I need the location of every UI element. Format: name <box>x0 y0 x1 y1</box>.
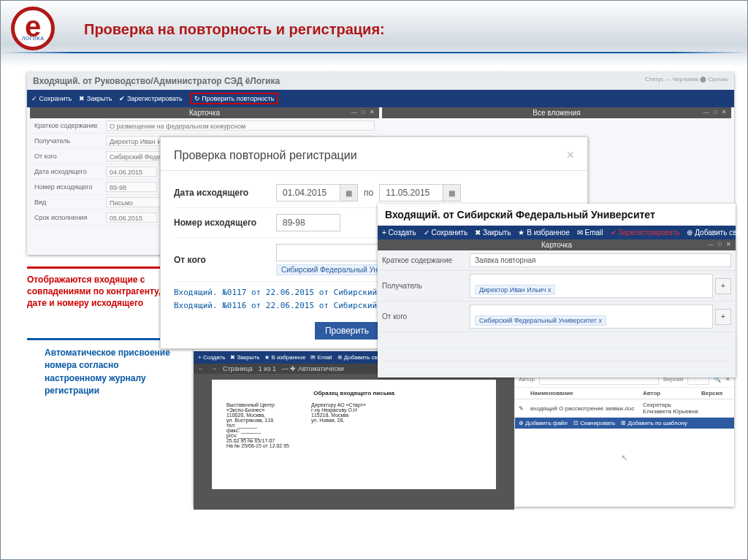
doc-viewer[interactable]: Образец входящего письма Выставочный Цен… <box>194 374 514 510</box>
btn-scan[interactable]: ⊡ Сканировать <box>573 420 615 426</box>
lbl-outnum: Номер исходящего <box>34 183 106 191</box>
att-author: Секретарь Елизавета Юрьевна <box>643 402 701 415</box>
lbl-due: Срок исполнения <box>34 214 106 221</box>
caption-matches: Отображаются входящие с совпадениями по … <box>27 274 163 310</box>
val-summary[interactable]: О размещении на федеральном конкурсном <box>106 120 375 131</box>
prev-icon[interactable]: ← <box>198 365 205 372</box>
lbl-summary: Краткое содержание <box>382 256 470 264</box>
plus-icon[interactable]: + <box>715 278 731 294</box>
doc-right-col: Директору АО «Старт» г-ну Некрасову О.Н … <box>311 402 366 448</box>
lbl-from: От кого <box>174 255 276 265</box>
btn-add-file[interactable]: ⊕ Добавить файл <box>519 420 568 426</box>
lbl-to: по <box>364 188 373 198</box>
val-outnum[interactable]: 89-98 <box>106 182 157 192</box>
lbl-recipient: Получатель <box>34 137 106 145</box>
btn-check-repeat[interactable]: ↻ Проверить повторность <box>190 93 279 104</box>
card-header: Карточка— □ ✕ <box>378 239 736 250</box>
doc-left-col: Выставочный Центр «Экспо-Бизнес» 110020,… <box>226 402 289 448</box>
modal-title: Проверка повторной регистрации <box>174 149 357 162</box>
val-from[interactable]: Сибирский Федеральный Университет х <box>470 304 713 329</box>
logo <box>11 7 55 50</box>
red-divider <box>27 266 163 269</box>
lbl-recipient: Получатель <box>382 282 470 290</box>
att-name: входящий О рассмотрение заявки.doc <box>530 405 643 412</box>
btn-addlink[interactable]: ⊕ Добавить связь <box>687 229 747 237</box>
lbl-outnum: Номер исходящего <box>174 218 276 228</box>
plus-icon[interactable]: + <box>715 309 731 325</box>
btn-create[interactable]: + Создать <box>382 229 416 237</box>
page-title: Проверка на повторность и регистрация: <box>84 21 385 38</box>
btn-close[interactable]: ✖ Закрыть <box>475 229 511 237</box>
lbl-outdate: Дата исходящего <box>34 168 106 175</box>
btn-email[interactable]: ✉ Email <box>577 229 603 237</box>
lbl-from: От кого <box>34 153 106 160</box>
btn-fav[interactable]: ★ В избранное <box>518 229 569 237</box>
page-counter: 1 из 1 <box>259 365 276 372</box>
btn-fav[interactable]: ★ В избранное <box>264 354 305 361</box>
close-icon[interactable]: × <box>566 147 574 163</box>
lbl-outdate: Дата исходящего <box>174 188 276 198</box>
card-header: Карточка— □ ✕ <box>30 107 379 118</box>
attachment-row[interactable]: ✎ входящий О рассмотрение заявки.doc Сек… <box>515 399 734 418</box>
window-status: Статус — Черновик ⬤ Срочно <box>645 76 728 86</box>
col-version: Версия <box>701 390 730 396</box>
btn-register[interactable]: ✔ Зарегистрировать <box>119 95 182 102</box>
lbl-from: От кого <box>382 312 470 321</box>
attachment-toolbar: ⊕ Добавить файл ⊡ Сканировать ⊞ Добавить… <box>515 418 734 429</box>
title-underline <box>1 52 747 53</box>
attachments-header: Все вложения— □ ✕ <box>382 107 731 118</box>
col-icon <box>519 390 530 396</box>
doc-title: Образец входящего письма <box>226 390 481 396</box>
val-recipient[interactable]: Директор Иван Ильич х <box>470 274 713 298</box>
calendar-icon[interactable]: ▦ <box>340 184 358 202</box>
col-author: Автор <box>643 390 701 396</box>
empty-area: ↖ <box>515 429 734 487</box>
lbl-kind: Вид <box>34 199 106 206</box>
btn-email[interactable]: ✉ Email <box>310 354 332 361</box>
btn-close[interactable]: ✖ Закрыть <box>79 95 112 102</box>
btn-add-template[interactable]: ⊞ Добавить по шаблону <box>621 420 687 426</box>
date-to-input[interactable] <box>379 184 443 202</box>
lbl-summary: Краткое содержание <box>34 122 106 129</box>
btn-save[interactable]: ✓ Сохранить <box>31 95 72 102</box>
card-window: Входящий. от Сибирский Федеральный Униве… <box>378 204 736 377</box>
col-name: Наименование <box>530 390 643 396</box>
calendar-icon[interactable]: ▦ <box>443 184 461 202</box>
val-outdate[interactable]: 04.06.2015 <box>106 166 157 177</box>
window-title: Входящий. от Сибирский Федеральный Униве… <box>378 204 736 226</box>
btn-register[interactable]: ✔ Зарегистрировать <box>611 229 680 237</box>
outnum-input[interactable] <box>276 214 340 231</box>
btn-save[interactable]: ✓ Сохранить <box>424 229 468 237</box>
toolbar: ✓ Сохранить ✖ Закрыть ✔ Зарегистрировать… <box>27 90 734 107</box>
next-icon[interactable]: → <box>210 365 217 372</box>
btn-close[interactable]: ✖ Закрыть <box>230 354 259 361</box>
caption-autonum: Автоматическое присвоение номера согласн… <box>45 347 180 398</box>
val-summary[interactable]: Заявка повторная <box>470 253 731 267</box>
btn-create[interactable]: + Создать <box>198 354 225 361</box>
date-from-input[interactable] <box>276 184 340 202</box>
check-button[interactable]: Проверить <box>315 322 379 340</box>
toolbar: + Создать ✓ Сохранить ✖ Закрыть ★ В избр… <box>378 226 736 239</box>
lbl-page: Страница <box>223 365 253 372</box>
edit-icon[interactable]: ✎ <box>519 405 530 412</box>
val-due[interactable]: 05.06.2015 <box>106 212 157 223</box>
zoom[interactable]: — ✚ Автоматически <box>282 365 344 372</box>
window-title: Входящий. от Руководство/Администратор С… <box>33 76 280 86</box>
